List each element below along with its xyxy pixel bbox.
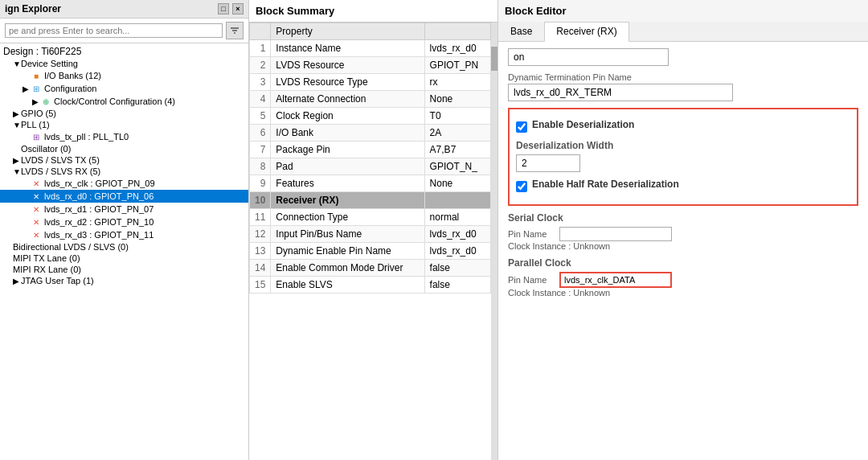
explorer-header: ign Explorer □ × [0,0,248,18]
design-explorer-panel: ign Explorer □ × Design : Ti60F225 [0,0,249,460]
row-value: rx [424,74,490,91]
block-editor-title: Block Editor [498,0,868,22]
table-row: 8 Pad GPIOT_N_ [250,158,491,175]
configuration-label: Configuration [44,84,96,93]
row-property: Pad [271,158,424,175]
lvds-icon: ✕ [31,216,42,228]
sidebar-item-jtag[interactable]: ▶ JTAG User Tap (1) [0,275,248,286]
col-num [250,23,271,40]
sidebar-item-lvds-rx-d1[interactable]: ✕ lvds_rx_d1 : GPIOT_PN_07 [0,203,248,216]
row-property: Input Pin/Bus Name [271,226,424,243]
sidebar-item-lvds-rx-d0[interactable]: ✕ lvds_rx_d0 : GPIOT_PN_06 [0,190,248,203]
row-num: 6 [250,125,271,142]
block-summary-panel: Block Summary Property 1 Instance Name l… [249,0,498,460]
top-field-input[interactable] [508,48,669,66]
row-num: 14 [250,260,271,277]
deserialization-width-input[interactable] [516,154,580,172]
search-bar [0,18,248,43]
filter-icon [229,25,240,36]
deserialization-section: Enable Deserialization Deserialization W… [508,108,858,206]
table-row: 14 Enable Common Mode Driver false [250,260,491,277]
table-row: 13 Dynamic Enable Pin Name lvds_rx_d0 [250,243,491,260]
enable-half-rate-checkbox[interactable] [516,181,527,192]
config-icon: ⊞ [31,83,42,94]
row-num: 3 [250,74,271,91]
row-value: T0 [424,108,490,125]
block-summary-title: Block Summary [249,0,497,23]
lvds-tx-label: LVDS / SLVS TX (5) [21,155,100,165]
parallel-clock-pin-input[interactable] [559,272,672,288]
minimize-icon[interactable]: □ [218,3,229,14]
row-value: normal [424,209,490,226]
row-property: Enable Common Mode Driver [271,260,424,277]
enable-deserialization-checkbox[interactable] [516,121,527,133]
row-property: I/O Bank [271,125,424,142]
row-value: None [424,175,490,192]
design-label: Design : Ti60F225 [0,45,248,58]
row-value: GPIOT_PN [424,57,490,74]
serial-clock-pin-input[interactable] [559,227,672,241]
row-num: 15 [250,277,271,294]
mipi-rx-label: MIPI RX Lane (0) [13,265,81,274]
lvds-icon: ✕ [31,203,42,215]
block-table-wrapper: Property 1 Instance Name lvds_rx_d0 2 LV… [249,23,497,460]
row-num: 4 [250,91,271,108]
row-value [424,192,490,209]
header-icons: □ × [218,3,244,14]
col-property: Property [271,23,424,40]
tab-bar: Base Receiver (RX) [498,22,868,42]
sidebar-item-gpio[interactable]: ▶ GPIO (5) [0,108,248,119]
serial-clock-title: Serial Clock [508,212,858,224]
lvds-rx-d3-label: lvds_rx_d3 : GPIOT_PN_11 [44,230,154,240]
scroll-thumb[interactable] [491,47,497,71]
sidebar-item-device-setting[interactable]: ▼ Device Setting [0,58,248,69]
row-num: 2 [250,57,271,74]
dynamic-term-label: Dynamic Termination Pin Name [508,72,858,82]
gpio-label: GPIO (5) [21,109,56,118]
design-text: Design : Ti60F225 [3,46,81,57]
tab-receiver-rx[interactable]: Receiver (RX) [544,22,628,42]
row-value: false [424,277,490,294]
row-num: 1 [250,40,271,57]
io-banks-label: I/O Banks (12) [44,71,101,80]
arrow-icon: ▶ [13,156,21,165]
lvds-icon: ✕ [31,178,42,189]
filter-button[interactable] [226,22,244,39]
dynamic-term-input[interactable] [508,84,733,101]
search-input[interactable] [5,23,223,38]
arrow-icon: ▼ [13,60,21,68]
serial-clock-instance: Clock Instance : Unknown [508,241,858,251]
sidebar-item-mipi-tx[interactable]: MIPI TX Lane (0) [0,253,248,264]
scroll-indicator[interactable] [491,23,497,460]
oscillator-label: Oscillator (0) [21,144,71,154]
table-row: 12 Input Pin/Bus Name lvds_rx_d0 [250,226,491,243]
sidebar-item-mipi-rx[interactable]: MIPI RX Lane (0) [0,264,248,275]
tab-base[interactable]: Base [498,22,544,41]
row-value: A7,B7 [424,142,490,158]
row-num: 9 [250,175,271,192]
sidebar-item-bidi-lvds[interactable]: Bidirectional LVDS / SLVS (0) [0,241,248,253]
lvds-rx-clk-label: lvds_rx_clk : GPIOT_PN_09 [44,179,155,188]
table-row: 11 Connection Type normal [250,209,491,226]
sidebar-item-pll-item[interactable]: ⊞ lvds_tx_pll : PLL_TL0 [0,130,248,143]
row-value: lvds_rx_d0 [424,243,490,260]
sidebar-item-lvds-rx-d3[interactable]: ✕ lvds_rx_d3 : GPIOT_PN_11 [0,228,248,241]
close-panel-icon[interactable]: × [232,3,244,14]
row-property: Dynamic Enable Pin Name [271,243,424,260]
sidebar-item-pll[interactable]: ▼ PLL (1) [0,119,248,130]
design-tree: Design : Ti60F225 ▼ Device Setting ■ I/O… [0,43,248,460]
row-property: Clock Region [271,108,424,125]
block-table-scroll[interactable]: Property 1 Instance Name lvds_rx_d0 2 LV… [249,23,491,460]
sidebar-item-lvds-rx[interactable]: ▼ LVDS / SLVS RX (5) [0,166,248,177]
sidebar-item-configuration[interactable]: ▶ ⊞ Configuration [0,82,248,95]
device-setting-label: Device Setting [21,59,78,68]
sidebar-item-oscillator[interactable]: Oscillator (0) [0,143,248,154]
sidebar-item-lvds-rx-clk[interactable]: ✕ lvds_rx_clk : GPIOT_PN_09 [0,177,248,190]
parallel-clock-section: Parallel Clock Pin Name Clock Instance :… [508,257,858,298]
sidebar-item-io-banks[interactable]: ■ I/O Banks (12) [0,69,248,82]
table-row: 6 I/O Bank 2A [250,125,491,142]
row-value: None [424,91,490,108]
sidebar-item-lvds-rx-d2[interactable]: ✕ lvds_rx_d2 : GPIOT_PN_10 [0,216,248,228]
sidebar-item-lvds-tx[interactable]: ▶ LVDS / SLVS TX (5) [0,154,248,166]
sidebar-item-clock-control[interactable]: ▶ ⊕ Clock/Control Configuration (4) [0,95,248,108]
